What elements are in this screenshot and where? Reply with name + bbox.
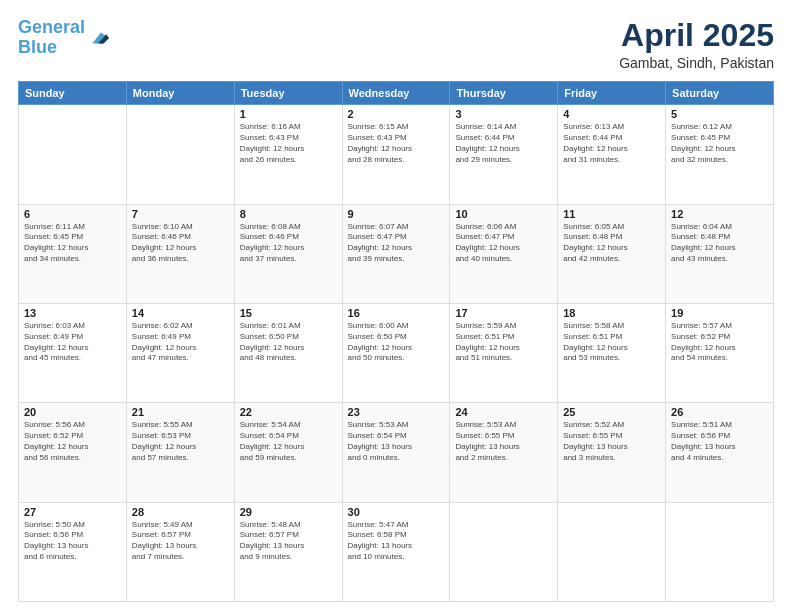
calendar-cell: 20Sunrise: 5:56 AMSunset: 6:52 PMDayligh… — [19, 403, 127, 502]
calendar-cell: 16Sunrise: 6:00 AMSunset: 6:50 PMDayligh… — [342, 303, 450, 402]
calendar-cell: 22Sunrise: 5:54 AMSunset: 6:54 PMDayligh… — [234, 403, 342, 502]
calendar-cell: 18Sunrise: 5:58 AMSunset: 6:51 PMDayligh… — [558, 303, 666, 402]
calendar-cell — [450, 502, 558, 601]
day-header-tuesday: Tuesday — [234, 82, 342, 105]
day-number: 18 — [563, 307, 660, 319]
day-header-wednesday: Wednesday — [342, 82, 450, 105]
cell-text: Sunrise: 5:53 AMSunset: 6:55 PMDaylight:… — [455, 420, 552, 463]
page: General Blue April 2025 Gambat, Sindh, P… — [0, 0, 792, 612]
calendar-cell: 4Sunrise: 6:13 AMSunset: 6:44 PMDaylight… — [558, 105, 666, 204]
calendar-cell: 11Sunrise: 6:05 AMSunset: 6:48 PMDayligh… — [558, 204, 666, 303]
calendar-cell: 9Sunrise: 6:07 AMSunset: 6:47 PMDaylight… — [342, 204, 450, 303]
day-number: 12 — [671, 208, 768, 220]
cell-text: Sunrise: 6:05 AMSunset: 6:48 PMDaylight:… — [563, 222, 660, 265]
day-number: 26 — [671, 406, 768, 418]
day-number: 29 — [240, 506, 337, 518]
day-number: 24 — [455, 406, 552, 418]
calendar-cell: 17Sunrise: 5:59 AMSunset: 6:51 PMDayligh… — [450, 303, 558, 402]
cell-text: Sunrise: 6:04 AMSunset: 6:48 PMDaylight:… — [671, 222, 768, 265]
calendar-cell — [19, 105, 127, 204]
day-header-monday: Monday — [126, 82, 234, 105]
day-number: 4 — [563, 108, 660, 120]
day-number: 30 — [348, 506, 445, 518]
day-header-saturday: Saturday — [666, 82, 774, 105]
week-row-4: 20Sunrise: 5:56 AMSunset: 6:52 PMDayligh… — [19, 403, 774, 502]
calendar-cell: 30Sunrise: 5:47 AMSunset: 6:58 PMDayligh… — [342, 502, 450, 601]
day-number: 19 — [671, 307, 768, 319]
calendar-cell: 6Sunrise: 6:11 AMSunset: 6:45 PMDaylight… — [19, 204, 127, 303]
calendar-cell: 7Sunrise: 6:10 AMSunset: 6:46 PMDaylight… — [126, 204, 234, 303]
week-row-2: 6Sunrise: 6:11 AMSunset: 6:45 PMDaylight… — [19, 204, 774, 303]
cell-text: Sunrise: 6:06 AMSunset: 6:47 PMDaylight:… — [455, 222, 552, 265]
cell-text: Sunrise: 6:13 AMSunset: 6:44 PMDaylight:… — [563, 122, 660, 165]
day-number: 1 — [240, 108, 337, 120]
day-number: 21 — [132, 406, 229, 418]
cell-text: Sunrise: 5:49 AMSunset: 6:57 PMDaylight:… — [132, 520, 229, 563]
calendar-cell: 23Sunrise: 5:53 AMSunset: 6:54 PMDayligh… — [342, 403, 450, 502]
logo: General Blue — [18, 18, 109, 58]
logo-icon — [87, 27, 109, 49]
day-number: 7 — [132, 208, 229, 220]
day-number: 17 — [455, 307, 552, 319]
cell-text: Sunrise: 6:14 AMSunset: 6:44 PMDaylight:… — [455, 122, 552, 165]
week-row-5: 27Sunrise: 5:50 AMSunset: 6:56 PMDayligh… — [19, 502, 774, 601]
day-number: 15 — [240, 307, 337, 319]
header: General Blue April 2025 Gambat, Sindh, P… — [18, 18, 774, 71]
calendar-cell: 27Sunrise: 5:50 AMSunset: 6:56 PMDayligh… — [19, 502, 127, 601]
sub-title: Gambat, Sindh, Pakistan — [619, 55, 774, 71]
calendar-cell: 3Sunrise: 6:14 AMSunset: 6:44 PMDaylight… — [450, 105, 558, 204]
cell-text: Sunrise: 6:07 AMSunset: 6:47 PMDaylight:… — [348, 222, 445, 265]
cell-text: Sunrise: 6:02 AMSunset: 6:49 PMDaylight:… — [132, 321, 229, 364]
cell-text: Sunrise: 5:52 AMSunset: 6:55 PMDaylight:… — [563, 420, 660, 463]
cell-text: Sunrise: 6:08 AMSunset: 6:46 PMDaylight:… — [240, 222, 337, 265]
calendar-cell: 10Sunrise: 6:06 AMSunset: 6:47 PMDayligh… — [450, 204, 558, 303]
week-row-3: 13Sunrise: 6:03 AMSunset: 6:49 PMDayligh… — [19, 303, 774, 402]
calendar-cell: 2Sunrise: 6:15 AMSunset: 6:43 PMDaylight… — [342, 105, 450, 204]
day-number: 16 — [348, 307, 445, 319]
day-number: 25 — [563, 406, 660, 418]
day-number: 9 — [348, 208, 445, 220]
calendar-cell: 29Sunrise: 5:48 AMSunset: 6:57 PMDayligh… — [234, 502, 342, 601]
calendar-cell: 26Sunrise: 5:51 AMSunset: 6:56 PMDayligh… — [666, 403, 774, 502]
day-number: 5 — [671, 108, 768, 120]
cell-text: Sunrise: 6:03 AMSunset: 6:49 PMDaylight:… — [24, 321, 121, 364]
day-number: 3 — [455, 108, 552, 120]
cell-text: Sunrise: 5:54 AMSunset: 6:54 PMDaylight:… — [240, 420, 337, 463]
cell-text: Sunrise: 5:53 AMSunset: 6:54 PMDaylight:… — [348, 420, 445, 463]
calendar-cell: 19Sunrise: 5:57 AMSunset: 6:52 PMDayligh… — [666, 303, 774, 402]
cell-text: Sunrise: 6:00 AMSunset: 6:50 PMDaylight:… — [348, 321, 445, 364]
calendar-cell: 5Sunrise: 6:12 AMSunset: 6:45 PMDaylight… — [666, 105, 774, 204]
day-number: 20 — [24, 406, 121, 418]
day-number: 13 — [24, 307, 121, 319]
day-number: 8 — [240, 208, 337, 220]
calendar-cell: 1Sunrise: 6:16 AMSunset: 6:43 PMDaylight… — [234, 105, 342, 204]
day-number: 14 — [132, 307, 229, 319]
day-number: 11 — [563, 208, 660, 220]
cell-text: Sunrise: 6:10 AMSunset: 6:46 PMDaylight:… — [132, 222, 229, 265]
cell-text: Sunrise: 6:01 AMSunset: 6:50 PMDaylight:… — [240, 321, 337, 364]
cell-text: Sunrise: 5:47 AMSunset: 6:58 PMDaylight:… — [348, 520, 445, 563]
calendar-cell: 21Sunrise: 5:55 AMSunset: 6:53 PMDayligh… — [126, 403, 234, 502]
cell-text: Sunrise: 5:55 AMSunset: 6:53 PMDaylight:… — [132, 420, 229, 463]
day-number: 28 — [132, 506, 229, 518]
calendar-cell: 25Sunrise: 5:52 AMSunset: 6:55 PMDayligh… — [558, 403, 666, 502]
day-number: 27 — [24, 506, 121, 518]
day-number: 10 — [455, 208, 552, 220]
title-block: April 2025 Gambat, Sindh, Pakistan — [619, 18, 774, 71]
calendar-cell — [558, 502, 666, 601]
cell-text: Sunrise: 5:50 AMSunset: 6:56 PMDaylight:… — [24, 520, 121, 563]
logo-text: General Blue — [18, 18, 85, 58]
cell-text: Sunrise: 6:12 AMSunset: 6:45 PMDaylight:… — [671, 122, 768, 165]
day-header-friday: Friday — [558, 82, 666, 105]
week-row-1: 1Sunrise: 6:16 AMSunset: 6:43 PMDaylight… — [19, 105, 774, 204]
cell-text: Sunrise: 6:11 AMSunset: 6:45 PMDaylight:… — [24, 222, 121, 265]
day-number: 6 — [24, 208, 121, 220]
calendar-cell: 12Sunrise: 6:04 AMSunset: 6:48 PMDayligh… — [666, 204, 774, 303]
cell-text: Sunrise: 5:57 AMSunset: 6:52 PMDaylight:… — [671, 321, 768, 364]
cell-text: Sunrise: 6:16 AMSunset: 6:43 PMDaylight:… — [240, 122, 337, 165]
day-number: 22 — [240, 406, 337, 418]
day-header-thursday: Thursday — [450, 82, 558, 105]
calendar-cell: 28Sunrise: 5:49 AMSunset: 6:57 PMDayligh… — [126, 502, 234, 601]
day-header-sunday: Sunday — [19, 82, 127, 105]
day-number: 2 — [348, 108, 445, 120]
